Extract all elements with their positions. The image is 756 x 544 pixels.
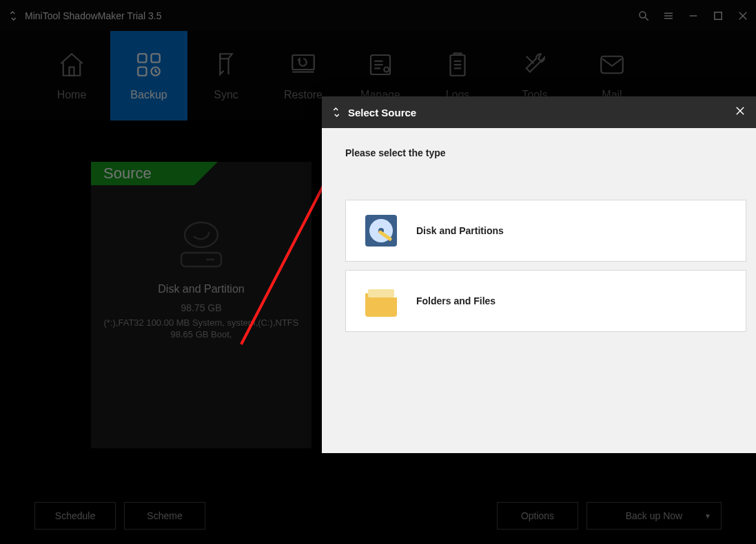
option-folders-and-files[interactable]: Folders and Files	[345, 270, 746, 332]
hdd-icon	[362, 212, 400, 249]
dialog-title: Select Source	[348, 107, 416, 118]
dialog-logo-icon	[330, 106, 343, 118]
dialog-prompt: Please select the type	[345, 147, 746, 158]
dialog-header: Select Source	[322, 96, 756, 128]
option-label: Folders and Files	[416, 295, 496, 306]
dialog-close-icon[interactable]	[734, 105, 746, 120]
select-source-dialog: Select Source Please select the type Dis…	[322, 96, 756, 453]
svg-rect-37	[368, 289, 394, 297]
option-disk-and-partitions[interactable]: Disk and Partitions	[345, 200, 746, 262]
folder-icon	[362, 282, 400, 320]
option-label: Disk and Partitions	[416, 225, 504, 236]
